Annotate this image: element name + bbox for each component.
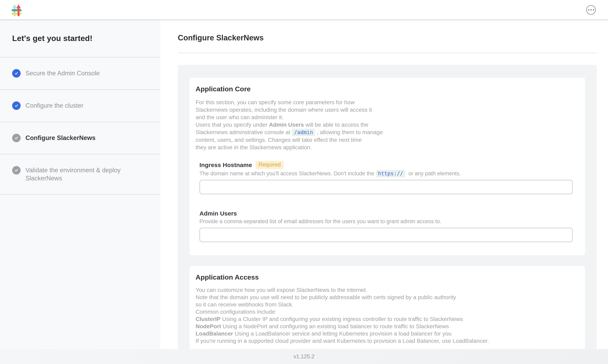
text-segment: so it can receive webhooks from Slack.	[196, 301, 293, 308]
text-segment: Users that you specify under	[196, 122, 269, 128]
version-label: v1.125.2	[293, 353, 315, 360]
ellipsis-dot	[593, 9, 594, 11]
code-chip: https://	[376, 170, 405, 177]
step-label: Configure SlackerNews	[26, 134, 96, 142]
ingress-hostname-field: Ingress Hostname Required The domain nam…	[199, 161, 573, 194]
card-description: You can customize how you will expose Sl…	[196, 286, 573, 345]
text-segment: Common configurations include:	[196, 309, 276, 315]
text-segment: content, users, and settings. Changes wi…	[196, 137, 362, 143]
application-core-card: Application Core For this section, you c…	[190, 78, 585, 255]
text-segment: Slackernews adminstrative console at	[196, 129, 290, 135]
version-footer: v1.125.2	[0, 349, 608, 364]
description-line: Note that the domain you use will need t…	[196, 294, 573, 301]
description-line: Slackernews adminstrative console at/adm…	[196, 129, 573, 136]
description-line: For this section, you can specify some c…	[196, 99, 573, 106]
step-label: Configure the cluster	[26, 101, 83, 110]
field-label-row: Ingress Hostname Required	[199, 161, 573, 169]
slackernews-logo-icon	[11, 4, 22, 16]
text-segment: Slackernews operates, including the doma…	[196, 107, 372, 113]
bold-text-segment: Admin Users	[269, 122, 304, 128]
main-content: Configure SlackerNews Application Core F…	[160, 20, 608, 349]
description-line: they are active in the Slackernews appli…	[196, 144, 573, 151]
description-line: ClusterIP Using a Cluster IP and configu…	[196, 315, 573, 323]
description-line: and the user who can administer it.	[196, 114, 573, 121]
sidebar-step-2[interactable]: Configure the cluster	[0, 90, 160, 122]
text-segment: they are active in the Slackernews appli…	[196, 144, 312, 151]
description-line: Users that you specify under Admin Users…	[196, 121, 573, 129]
text-segment: , allowing them to manage	[317, 129, 383, 135]
text-segment: If you're running in a supported cloud p…	[196, 338, 489, 344]
bold-text-segment: ClusterIP	[196, 316, 221, 322]
more-menu-button[interactable]	[586, 5, 596, 15]
ingress-hostname-input[interactable]	[199, 180, 573, 194]
step-label: Secure the Admin Console	[26, 69, 100, 77]
bold-text-segment: LoadBalancer	[196, 330, 233, 337]
card-description: For this section, you can specify some c…	[196, 99, 573, 151]
setup-sidebar: Let's get you started! Secure the Admin …	[0, 20, 160, 349]
step-label: Validate the environment & deploy Slacke…	[26, 166, 131, 182]
ellipsis-dot	[590, 9, 592, 11]
text-segment: You can customize how you will expose Sl…	[196, 287, 367, 293]
description-line: If you're running in a supported cloud p…	[196, 337, 573, 345]
required-badge: Required	[256, 161, 284, 169]
check-circle-icon	[12, 101, 21, 110]
text-segment: Using a NodePort and configuring an exis…	[221, 323, 449, 329]
field-label-row: Admin Users	[199, 210, 573, 217]
sidebar-title: Let's get you started!	[0, 20, 160, 57]
content-row: Let's get you started! Secure the Admin …	[0, 20, 608, 349]
card-title: Application Core	[196, 85, 573, 93]
field-label: Ingress Hostname	[199, 162, 252, 169]
admin-users-input[interactable]	[199, 228, 573, 242]
description-line: Common configurations include:	[196, 308, 573, 315]
card-fields: Ingress Hostname Required The domain nam…	[196, 161, 573, 242]
text-segment: The domain name at which you'll access S…	[199, 170, 374, 177]
top-bar	[0, 0, 608, 20]
check-circle-icon	[12, 69, 21, 78]
title-divider	[178, 53, 597, 53]
description-line: Slackernews operates, including the doma…	[196, 106, 573, 114]
field-help-text: The domain name at which you'll access S…	[199, 170, 573, 177]
text-segment: For this section, you can specify some c…	[196, 99, 355, 105]
text-segment: Note that the domain you use will need t…	[196, 294, 456, 300]
application-access-card: Application Access You can customize how…	[190, 266, 585, 349]
text-segment: Provide a comma-separated list of email …	[199, 218, 441, 224]
description-line: content, users, and settings. Changes wi…	[196, 136, 573, 144]
description-line: NodePort Using a NodePort and configurin…	[196, 323, 573, 330]
code-chip: /admin	[292, 129, 315, 136]
sidebar-step-3[interactable]: Configure SlackerNews	[0, 122, 160, 154]
sidebar-step-1[interactable]: Secure the Admin Console	[0, 57, 160, 90]
setup-steps-list: Secure the Admin Console Configure the c…	[0, 57, 160, 195]
slackernews-logo[interactable]	[11, 4, 22, 16]
admin-users-field: Admin Users Provide a comma-separated li…	[199, 210, 573, 242]
bold-text-segment: NodePort	[196, 323, 221, 329]
text-segment: will be able to access the	[304, 122, 368, 128]
description-line: LoadBalancer Using a LoadBalancer servic…	[196, 330, 573, 337]
text-segment: or any path elements.	[407, 170, 461, 177]
text-segment: and the user who can administer it.	[196, 114, 283, 120]
description-line: You can customize how you will expose Sl…	[196, 286, 573, 294]
text-segment: Using a Cluster IP and configuring your …	[221, 316, 463, 322]
field-help-text: Provide a comma-separated list of email …	[199, 218, 573, 225]
sidebar-step-4[interactable]: Validate the environment & deploy Slacke…	[0, 154, 160, 195]
check-circle-icon	[12, 134, 21, 142]
card-title: Application Access	[196, 273, 573, 281]
ellipsis-dot	[588, 9, 589, 11]
field-label: Admin Users	[199, 210, 237, 217]
check-circle-icon	[12, 166, 21, 175]
page-title: Configure SlackerNews	[178, 34, 597, 42]
text-segment: Using a LoadBalancer service and letting…	[233, 330, 451, 337]
description-line: so it can receive webhooks from Slack.	[196, 301, 573, 308]
config-panel: Application Core For this section, you c…	[178, 65, 597, 349]
